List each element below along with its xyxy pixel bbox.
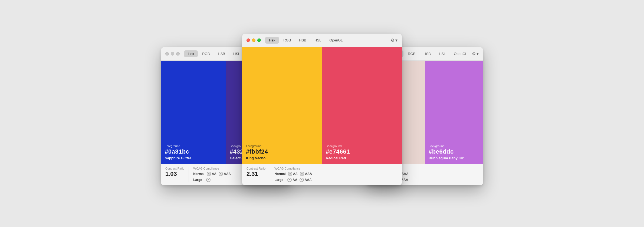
tab-opengl-center[interactable]: OpenGL	[326, 37, 346, 44]
contrast-ratio-label-left: Contrast Ratio	[165, 167, 184, 170]
swatch-bg-label-center: Background	[326, 144, 398, 148]
close-button-center[interactable]	[247, 38, 250, 42]
traffic-lights-left	[165, 52, 180, 56]
swatch-fg-hex-center: #fbbf24	[246, 148, 318, 155]
badge-x-icon: ✕	[300, 172, 304, 176]
tab-hsl-left[interactable]: HSL	[229, 50, 244, 57]
contrast-ratio-value-center: 2.31	[247, 171, 265, 177]
tab-rgb-left[interactable]: RGB	[198, 50, 213, 57]
wcag-left: WCAG Compliance Normal ✕AA ✕AAA Large ✕	[193, 167, 231, 182]
divider-center	[270, 167, 270, 182]
badge-x-icon: ✕	[206, 178, 211, 182]
window-center: Hex RGB HSB HSL OpenGL ⚙ ▾ Foreground #f…	[242, 34, 402, 185]
chevron-down-icon-right: ▾	[477, 51, 479, 56]
gear-icon-center: ⚙	[391, 38, 395, 43]
minimize-button-center[interactable]	[252, 38, 255, 42]
chevron-down-icon-center: ▾	[395, 38, 397, 43]
app-scene: Hex RGB HSB HSL Foreground #0a31bc Sapph…	[161, 34, 483, 193]
wcag-normal-size-left: Normal	[193, 172, 204, 176]
wcag-large-size-left: Large	[193, 178, 204, 182]
swatch-background-right[interactable]: Background #be6ddc Bubblegum Baby Girl	[425, 61, 483, 164]
badge-x-icon: ✕	[207, 172, 211, 176]
wcag-normal-row-left: Normal ✕AA ✕AAA	[193, 172, 231, 176]
tab-hsb-center[interactable]: HSB	[295, 37, 310, 44]
wcag-normal-size-center: Normal	[274, 172, 285, 176]
traffic-lights-center	[247, 38, 261, 42]
swatch-fg-name-center: King Nacho	[246, 156, 318, 160]
tab-bar-right: Hex RGB HSB HSL OpenGL ⚙ ▾	[390, 50, 479, 57]
swatches-center: Foreground #fbbf24 King Nacho Background…	[242, 47, 402, 164]
badge-x-icon: ✕	[288, 172, 292, 176]
wcag-large-row-left: Large ✕	[193, 178, 231, 182]
wcag-large-aaa-center: ✕AAA	[300, 178, 312, 182]
wcag-normal-aa-left: ✕AA	[207, 172, 216, 176]
swatch-bg-label-right: Background	[429, 144, 479, 148]
tab-bar-center: Hex RGB HSB HSL OpenGL ⚙ ▾	[265, 37, 397, 44]
wcag-large-row-center: Large ✕AA ✕AAA	[274, 178, 312, 182]
tab-hsl-center[interactable]: HSL	[311, 37, 325, 44]
tab-hex-center[interactable]: Hex	[265, 37, 279, 44]
maximize-button-left[interactable]	[176, 52, 180, 56]
badge-x-icon: ✕	[287, 178, 292, 182]
contrast-ratio-value-left: 1.03	[165, 171, 184, 177]
swatch-bg-hex-right: #be6ddc	[429, 148, 479, 155]
swatch-background-center[interactable]: Background #e74661 Radical Red	[322, 47, 402, 164]
tab-rgb-center[interactable]: RGB	[280, 37, 295, 44]
tab-hsb-right[interactable]: HSB	[420, 50, 435, 57]
badge-x-icon: ✕	[300, 178, 304, 182]
gear-button-right[interactable]: ⚙ ▾	[472, 51, 479, 56]
badge-x-icon: ✕	[219, 172, 223, 176]
tab-opengl-right[interactable]: OpenGL	[450, 50, 471, 57]
divider-left	[189, 167, 189, 182]
tab-hex-left[interactable]: Hex	[184, 50, 198, 57]
info-bar-center: Contrast Ratio 2.31 WCAG Compliance Norm…	[242, 164, 402, 185]
close-button-left[interactable]	[165, 52, 169, 56]
contrast-ratio-left: Contrast Ratio 1.03	[165, 167, 184, 177]
wcag-normal-aaa-center: ✕AAA	[300, 172, 312, 176]
minimize-button-left[interactable]	[171, 52, 174, 56]
tab-hsb-left[interactable]: HSB	[214, 50, 229, 57]
tab-hsl-right[interactable]: HSL	[435, 50, 449, 57]
wcag-large-aa-left: ✕	[206, 178, 211, 182]
swatch-bg-name-right: Bubblegum Baby Girl	[429, 156, 479, 160]
title-bar-center: Hex RGB HSB HSL OpenGL ⚙ ▾	[242, 34, 402, 47]
wcag-large-size-center: Large	[274, 178, 285, 182]
swatch-foreground-left[interactable]: Foreground #0a31bc Sapphire Glitter	[161, 61, 226, 164]
swatch-foreground-center[interactable]: Foreground #fbbf24 King Nacho	[242, 47, 322, 164]
wcag-normal-aa-center: ✕AA	[288, 172, 298, 176]
gear-icon-right: ⚙	[472, 51, 476, 56]
swatch-bg-hex-center: #e74661	[326, 148, 398, 155]
contrast-ratio-label-center: Contrast Ratio	[247, 167, 265, 170]
contrast-ratio-center: Contrast Ratio 2.31	[247, 167, 265, 177]
wcag-large-aa-center: ✕AA	[287, 178, 297, 182]
tab-rgb-right[interactable]: RGB	[404, 50, 419, 57]
maximize-button-center[interactable]	[257, 38, 261, 42]
gear-button-center[interactable]: ⚙ ▾	[391, 38, 397, 43]
swatch-bg-name-center: Radical Red	[326, 156, 398, 160]
wcag-label-left: WCAG Compliance	[193, 167, 231, 170]
wcag-normal-row-center: Normal ✕AA ✕AAA	[274, 172, 312, 176]
swatch-fg-label-center: Foreground	[246, 144, 318, 148]
swatch-fg-name-left: Sapphire Glitter	[165, 156, 222, 160]
wcag-center: WCAG Compliance Normal ✕AA ✕AAA Large ✕A…	[274, 167, 312, 182]
swatch-fg-label-left: Foreground	[165, 144, 222, 148]
wcag-normal-aaa-left: ✕AAA	[219, 172, 231, 176]
swatch-fg-hex-left: #0a31bc	[165, 148, 222, 155]
wcag-label-center: WCAG Compliance	[274, 167, 312, 170]
